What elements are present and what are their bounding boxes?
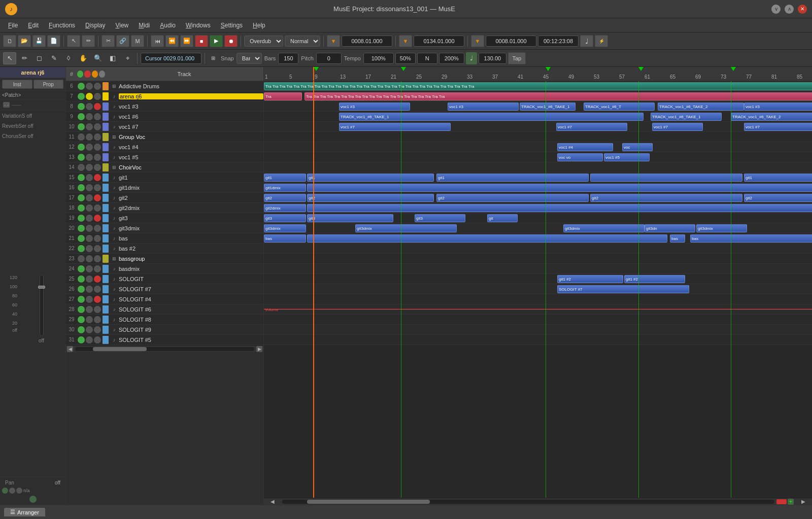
track-rec-btn[interactable] xyxy=(94,164,101,171)
grid-toggle[interactable]: ⊞ xyxy=(208,52,218,64)
pan-main-knob[interactable] xyxy=(29,496,37,503)
metronome2-icon[interactable]: ♩ xyxy=(466,52,477,64)
pan-btn2[interactable] xyxy=(16,488,22,494)
track-rec-btn[interactable] xyxy=(94,194,101,201)
menu-help[interactable]: Help xyxy=(249,21,269,30)
clip[interactable]: git3dmix xyxy=(563,224,645,232)
track-solo-btn[interactable] xyxy=(86,316,93,323)
clip[interactable]: git3dmix xyxy=(355,224,457,232)
rewind-begin[interactable]: ⏮ xyxy=(151,35,164,47)
track-mute-btn[interactable] xyxy=(78,286,85,293)
track-solo-btn[interactable] xyxy=(86,296,93,303)
clip[interactable]: git2dmix xyxy=(264,204,306,212)
clip[interactable]: TRACK_voc1_#6_TAKE_1 xyxy=(651,113,722,121)
track-solo-btn[interactable] xyxy=(86,225,93,232)
position-field3[interactable]: 0008.01.000 xyxy=(486,36,536,47)
track-mute-btn[interactable] xyxy=(78,113,85,120)
clip[interactable]: voc1 #3 xyxy=(744,102,812,111)
tap-button[interactable]: Tap xyxy=(508,52,526,64)
track-solo-btn[interactable] xyxy=(86,154,93,161)
track-mute-btn[interactable] xyxy=(78,235,85,242)
track-mute-btn[interactable] xyxy=(78,133,85,141)
track-name-label[interactable]: voc1 #5 xyxy=(119,154,263,160)
clip[interactable]: git3dmix xyxy=(696,224,747,232)
clip[interactable]: TRACK_voc1_#6_T xyxy=(584,102,655,111)
track-rec-btn[interactable] xyxy=(94,154,101,161)
menu-functions[interactable]: Functions xyxy=(45,21,79,30)
track-name-label[interactable]: arena rj6 xyxy=(119,93,263,99)
track-rec-btn[interactable] xyxy=(94,215,101,222)
track-rec-btn[interactable] xyxy=(94,336,101,343)
clip[interactable]: voc1 #4 xyxy=(557,143,613,151)
clip[interactable]: TRACK_voc1_#6_TAKE_2 xyxy=(731,113,812,121)
clip[interactable]: git1 xyxy=(264,174,306,182)
clip[interactable]: voc1 #7 xyxy=(339,123,451,131)
scroll-thumb[interactable] xyxy=(93,347,147,351)
track-name-label[interactable]: bassgroup xyxy=(119,256,263,262)
track-rec-btn[interactable] xyxy=(94,204,101,212)
track-solo-btn[interactable] xyxy=(86,133,93,141)
mode-dropdown[interactable]: Normal xyxy=(285,36,320,47)
track-mute-btn[interactable] xyxy=(78,245,85,252)
clip[interactable]: git1 xyxy=(436,174,589,182)
track-rec-btn[interactable] xyxy=(94,326,101,333)
track-name-label[interactable]: SOLOGIT xyxy=(119,276,263,282)
track-name-label[interactable]: voc1 #4 xyxy=(119,144,263,150)
track-name-label[interactable]: basdmix xyxy=(119,266,263,272)
horizontal-scrollbar-left[interactable]: ◀ ▶ xyxy=(66,345,263,352)
track-rec-btn[interactable] xyxy=(94,265,101,272)
clip[interactable]: git2 xyxy=(436,194,589,202)
track-name-label[interactable]: SOLOGIT #4 xyxy=(119,296,263,302)
pitch-value[interactable]: 0 xyxy=(316,53,342,64)
pan-knob[interactable] xyxy=(2,488,8,494)
track-rec-btn[interactable] xyxy=(94,123,101,130)
track-rec-btn[interactable] xyxy=(94,286,101,293)
track-solo-btn[interactable] xyxy=(86,174,93,181)
track-solo-btn[interactable] xyxy=(86,336,93,343)
track-name-label[interactable]: ChoirVoc xyxy=(119,164,263,170)
track-mute-btn[interactable] xyxy=(78,164,85,171)
clip[interactable] xyxy=(307,204,812,212)
track-rec-btn[interactable] xyxy=(94,275,101,283)
clip[interactable]: git1 #2 xyxy=(624,275,685,283)
menu-edit[interactable]: Edit xyxy=(24,21,43,30)
fast-forward[interactable]: ⏩ xyxy=(180,35,193,47)
menu-view[interactable]: View xyxy=(111,21,132,30)
volume-fader-track[interactable] xyxy=(40,275,44,336)
clip[interactable]: git1 xyxy=(307,174,434,182)
erase-tool[interactable]: ◻ xyxy=(32,52,46,64)
clip[interactable] xyxy=(590,174,742,182)
track-mute-btn[interactable] xyxy=(78,83,85,90)
track-solo-btn[interactable] xyxy=(86,194,93,201)
clip[interactable]: Tra Tra Tra Tra Tra Tra Tra Tra Tra Tra … xyxy=(304,92,812,100)
tempo-pct[interactable]: 50% xyxy=(395,53,416,64)
clip[interactable]: git2 xyxy=(307,194,434,202)
resize-tool[interactable]: ◧ xyxy=(106,52,119,64)
scroll-arrow-left[interactable]: ◀ xyxy=(265,499,280,504)
scroll-track[interactable] xyxy=(75,347,254,351)
prop-button[interactable]: Prop xyxy=(33,80,64,89)
pointer-tool[interactable]: ↖ xyxy=(67,35,80,47)
maximize-button[interactable]: ∧ xyxy=(785,5,794,14)
track-solo-btn[interactable] xyxy=(86,255,93,262)
track-mute-btn[interactable] xyxy=(78,265,85,272)
clip[interactable]: bas xyxy=(690,234,812,243)
track-mute-btn[interactable] xyxy=(78,255,85,262)
track-mute-btn[interactable] xyxy=(78,184,85,191)
track-solo-btn[interactable] xyxy=(86,164,93,171)
bpm-value[interactable]: 130.00 xyxy=(479,53,506,64)
position-field2[interactable]: 0134.01.000 xyxy=(414,36,464,47)
play-button[interactable]: ▶ xyxy=(210,35,223,47)
menu-display[interactable]: Display xyxy=(81,21,109,30)
track-solo-btn[interactable] xyxy=(86,275,93,283)
track-solo-btn[interactable] xyxy=(86,123,93,130)
track-name-label[interactable]: git1dmix xyxy=(119,185,263,191)
record-button[interactable]: ⏺ xyxy=(224,35,238,47)
track-rec-btn[interactable] xyxy=(94,245,101,252)
pan-btn1[interactable] xyxy=(9,488,15,494)
clip[interactable]: git3dmix xyxy=(264,224,306,232)
track-solo-btn[interactable] xyxy=(86,245,93,252)
track-solo-btn[interactable] xyxy=(86,326,93,333)
track-name-label[interactable]: bas xyxy=(119,235,263,241)
cut-tool[interactable]: ✂ xyxy=(101,35,115,47)
